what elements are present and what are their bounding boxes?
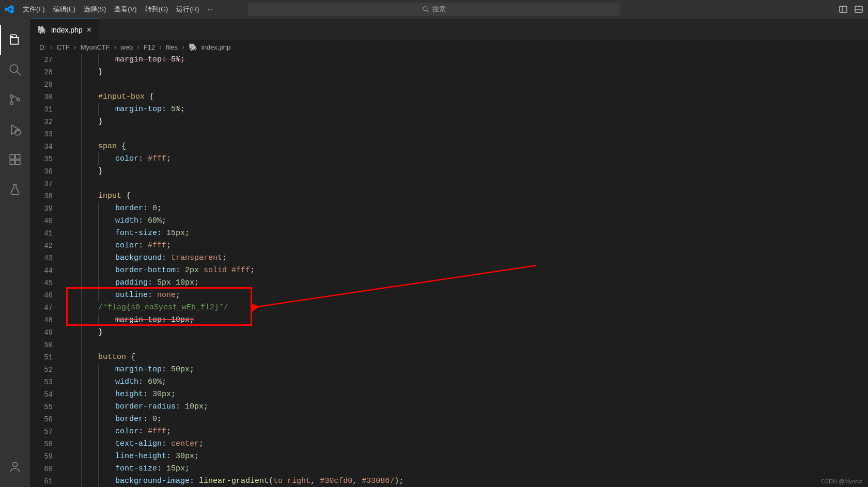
activity-search-icon[interactable] (0, 55, 30, 85)
svg-point-17 (13, 462, 18, 467)
breadcrumb-segment[interactable]: web (120, 43, 133, 51)
vscode-logo-icon (0, 4, 19, 14)
svg-rect-2 (840, 6, 847, 12)
chevron-right-icon: › (137, 43, 140, 51)
toggle-panel-icon[interactable] (839, 5, 847, 13)
search-icon (422, 6, 429, 13)
menu-file[interactable]: 文件(F) (19, 0, 49, 19)
svg-line-7 (17, 71, 21, 75)
menu-select[interactable]: 选择(S) (80, 0, 110, 19)
svg-point-0 (423, 7, 427, 11)
breadcrumb: D:› CTF› MyonCTF› web› F12› files› 🐘 ind… (30, 40, 868, 54)
chevron-right-icon: › (182, 43, 184, 51)
command-center-search[interactable]: 搜索 (248, 3, 620, 16)
breadcrumb-segment[interactable]: CTF (57, 43, 70, 51)
chevron-right-icon: › (114, 43, 117, 51)
menu-goto[interactable]: 转到(G) (141, 0, 173, 19)
activity-extensions-icon[interactable] (0, 145, 30, 175)
chevron-right-icon: › (50, 43, 53, 51)
svg-rect-14 (10, 160, 14, 165)
line-number-gutter: 2728293031323334353637383940414243444546… (30, 54, 60, 487)
breadcrumb-segment[interactable]: MyonCTF (81, 43, 110, 51)
breadcrumb-segment[interactable]: files (166, 43, 178, 51)
menu-more[interactable]: ··· (203, 0, 217, 19)
activity-accounts-icon[interactable] (0, 452, 30, 482)
svg-point-8 (10, 95, 13, 98)
activity-run-debug-icon[interactable] (0, 115, 30, 145)
chevron-right-icon: › (74, 43, 76, 51)
breadcrumb-segment[interactable]: F12 (144, 43, 155, 51)
tab-close-icon[interactable]: × (87, 26, 91, 34)
code-editor[interactable]: 2728293031323334353637383940414243444546… (30, 54, 868, 487)
svg-rect-15 (16, 160, 20, 165)
activity-bar (0, 19, 30, 487)
activity-testing-icon[interactable] (0, 175, 30, 205)
title-bar: 文件(F) 编辑(E) 选择(S) 查看(V) 转到(G) 运行(R) ··· … (0, 0, 868, 19)
svg-point-10 (17, 98, 20, 101)
editor-tabs: 🐘 index.php × (30, 19, 868, 40)
svg-rect-16 (16, 154, 20, 159)
svg-rect-13 (10, 154, 14, 159)
svg-point-6 (10, 65, 18, 72)
search-placeholder: 搜索 (432, 5, 446, 14)
php-file-icon: 🐘 (37, 25, 47, 35)
breadcrumb-segment[interactable]: D: (39, 43, 46, 51)
menu-view[interactable]: 查看(V) (110, 0, 141, 19)
svg-rect-4 (855, 6, 862, 12)
svg-point-9 (10, 102, 13, 104)
tab-label: index.php (51, 26, 83, 34)
toggle-sidebar-icon[interactable] (855, 5, 863, 13)
tab-index-php[interactable]: 🐘 index.php × (30, 19, 99, 40)
menu-bar: 文件(F) 编辑(E) 选择(S) 查看(V) 转到(G) 运行(R) ··· (19, 0, 217, 19)
minimap[interactable] (861, 54, 868, 487)
chevron-right-icon: › (159, 43, 162, 51)
breadcrumb-segment[interactable]: index.php (202, 43, 230, 51)
code-content[interactable]: margin-top: 5%;}#input-box {margin-top: … (60, 54, 868, 487)
activity-source-control-icon[interactable] (0, 85, 30, 115)
php-file-icon: 🐘 (189, 43, 197, 51)
layout-controls (839, 5, 863, 13)
menu-edit[interactable]: 编辑(E) (49, 0, 80, 19)
watermark-text: CSDN @Myon⊂ (821, 478, 863, 485)
svg-line-1 (427, 10, 429, 12)
menu-run[interactable]: 运行(R) (172, 0, 203, 19)
activity-explorer-icon[interactable] (0, 25, 30, 55)
